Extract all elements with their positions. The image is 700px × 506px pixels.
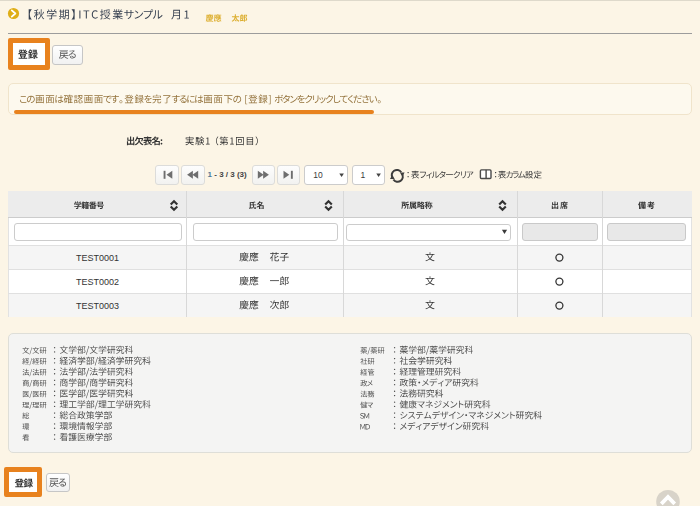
svg-text:TEST0003: TEST0003: [76, 301, 119, 311]
svg-text:10: 10: [313, 170, 323, 180]
svg-text:1 - 3 / 3 (3): 1 - 3 / 3 (3): [208, 170, 247, 179]
svg-text:TEST0002: TEST0002: [76, 277, 119, 287]
svg-text:1: 1: [361, 170, 366, 180]
svg-text:TEST0001: TEST0001: [76, 253, 119, 263]
